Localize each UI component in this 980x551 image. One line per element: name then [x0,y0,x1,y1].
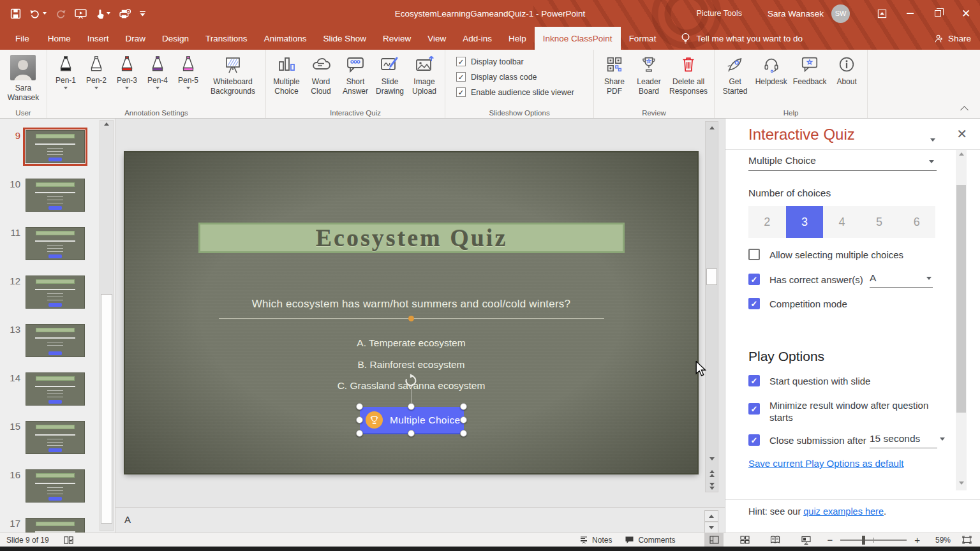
previous-slide-icon[interactable] [709,474,715,477]
slide-canvas[interactable]: Ecosystem Quiz Which ecosystem has warm/… [125,152,697,473]
thumbnail-slide-11[interactable]: 11 [5,227,97,260]
notes-button[interactable]: Notes [573,533,618,547]
enable-audience-slide-viewer-option[interactable]: Enable audience slide viewer [456,87,574,97]
question-type-select[interactable]: Multiple Choice [748,155,937,171]
selection-handle-n[interactable] [408,403,415,410]
scrollbar-thumb[interactable] [706,268,717,285]
close-submission-option[interactable]: Close submission after [748,434,866,446]
chevron-down-icon[interactable] [156,87,160,89]
share-pdf-button[interactable]: SharePDF [597,52,632,108]
display-class-code-option[interactable]: Display class code [456,72,574,82]
pen-3-button[interactable]: Pen-3 [112,52,142,108]
slideshow-view-button[interactable] [796,533,815,547]
save-play-options-link[interactable]: Save current Play Options as default [748,458,903,469]
multiple-choice-button[interactable]: MultipleChoice [269,52,304,108]
word-cloud-button[interactable]: WordCloud [304,52,338,108]
zoom-out-button[interactable]: − [824,534,835,545]
next-slide-icon[interactable] [709,483,715,486]
scrollbar-thumb[interactable] [101,294,112,524]
thumbnail-slide-10[interactable]: 10 [5,179,97,212]
thumbnail-slide-12[interactable]: 12 [5,276,97,309]
tab-design[interactable]: Design [154,27,197,50]
checkbox[interactable] [456,87,466,97]
checkbox[interactable] [748,375,760,386]
ribbon-display-options-icon[interactable] [868,0,896,27]
thumbnail-slide-17[interactable]: 17 [5,518,97,533]
restore-button[interactable] [924,0,952,27]
helpdesk-button[interactable]: Helpdesk [752,52,790,108]
fit-slide-to-window-button[interactable] [957,533,976,547]
close-submission-duration-select[interactable]: 15 seconds [870,433,937,448]
delete-all-responses-button[interactable]: Delete allResponses [666,52,711,108]
save-icon[interactable] [10,8,21,19]
choice-count-2[interactable]: 2 [748,206,786,238]
customize-qat-icon[interactable] [139,10,146,17]
answer-option-b[interactable]: B. Rainforest ecosystem [125,359,697,371]
normal-view-button[interactable] [704,533,724,547]
answer-option-a[interactable]: A. Temperate ecosystem [125,337,697,349]
tab-slide-show[interactable]: Slide Show [315,27,375,50]
thumbnail-slide-9[interactable]: 9 [5,130,97,163]
share-button[interactable]: Share [934,27,971,50]
user-profile-button[interactable]: SaraWanasek [4,52,43,108]
zoom-slider[interactable] [840,540,907,541]
selection-handle-s[interactable] [408,430,415,437]
leader-board-button[interactable]: LeaderBoard [632,52,666,108]
start-question-with-slide-option[interactable]: Start question with slide [748,375,870,387]
thumbnail-slide-16[interactable]: 16 [5,469,97,503]
scrollbar-thumb[interactable] [956,185,966,413]
notes-text[interactable]: A [124,514,131,525]
zoom-slider-thumb[interactable] [862,536,865,545]
chevron-down-icon[interactable] [43,12,47,15]
chevron-down-icon[interactable] [186,87,190,89]
choice-count-5[interactable]: 5 [861,206,898,238]
tab-draw[interactable]: Draw [117,27,154,50]
pane-options-chevron-icon[interactable] [930,133,935,144]
tab-view[interactable]: View [419,27,454,50]
notes-scroll-down[interactable] [704,522,718,533]
minimize-button[interactable] [896,0,924,27]
comments-button[interactable]: Comments [618,533,681,547]
choice-count-3[interactable]: 3 [786,206,824,238]
previous-slide-icon[interactable] [709,470,715,473]
allow-multiple-choices-option[interactable]: Allow selecting multiple choices [748,249,903,261]
has-correct-answer-option[interactable]: Has correct answer(s) [748,274,863,286]
chevron-down-icon[interactable] [107,12,110,15]
notes-scroll-up[interactable] [704,510,718,522]
selection-handle-e[interactable] [460,416,467,423]
pane-scrollbar[interactable] [956,150,967,490]
undo-icon[interactable] [29,8,47,18]
thumbnail-slide-14[interactable]: 14 [5,372,97,406]
image-upload-button[interactable]: ImageUpload [407,52,442,108]
checkbox[interactable] [748,403,760,415]
slide-question-text[interactable]: Which ecosystem has warm/hot summers and… [125,298,697,311]
pane-close-icon[interactable]: ✕ [956,126,967,142]
pen-5-button[interactable]: Pen-5 [173,52,204,108]
tab-add-ins[interactable]: Add-ins [454,27,500,50]
thumbnail-slide-15[interactable]: 15 [5,421,97,454]
checkbox[interactable] [748,274,760,285]
checkbox[interactable] [748,434,760,446]
choice-count-6[interactable]: 6 [898,206,935,238]
display-toolbar-option[interactable]: Display toolbar [456,57,574,66]
chevron-down-icon[interactable] [64,87,68,89]
next-slide-icon[interactable] [709,487,715,490]
classpoint-multiple-choice-slide-button[interactable]: Multiple Choice [360,407,464,433]
checkbox[interactable] [748,298,760,309]
scroll-down-icon[interactable] [959,481,964,485]
tab-animations[interactable]: Animations [256,27,315,50]
short-answer-button[interactable]: ShortAnswer [338,52,373,108]
tab-help[interactable]: Help [500,27,535,50]
start-slideshow-icon[interactable] [75,8,87,19]
scroll-down-icon[interactable] [709,457,715,460]
checkbox[interactable] [456,57,466,66]
notes-pane[interactable]: A [115,507,725,533]
checkbox[interactable] [748,249,760,260]
selection-handle-se[interactable] [460,430,467,437]
selection-handle-nw[interactable] [356,403,363,410]
zoom-in-button[interactable]: + [912,534,923,545]
chevron-down-icon[interactable] [94,87,98,89]
chevron-down-icon[interactable] [125,87,129,89]
scroll-up-icon[interactable] [959,152,964,156]
pen-1-button[interactable]: Pen-1 [50,52,81,108]
